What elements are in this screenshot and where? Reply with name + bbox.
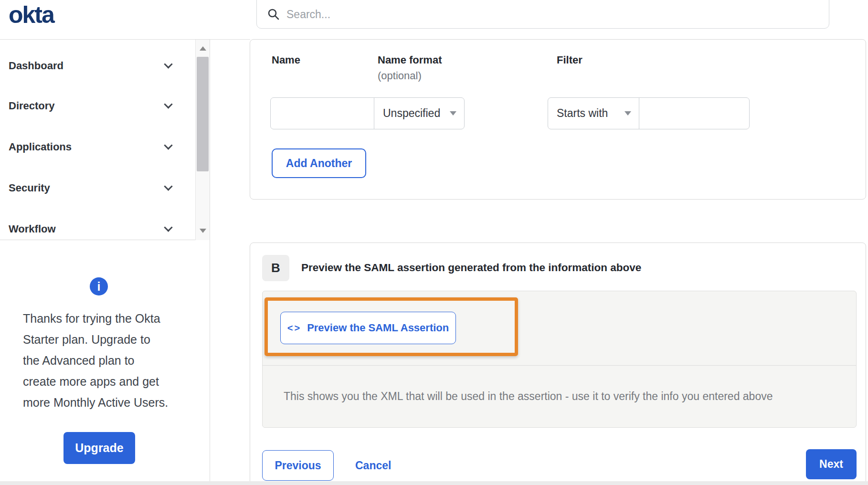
scroll-down-button[interactable]: [196, 224, 210, 237]
search-icon: [267, 8, 280, 21]
upgrade-button[interactable]: Upgrade: [64, 432, 135, 464]
filter-type-select[interactable]: Starts with: [548, 97, 639, 129]
scrollbar-thumb[interactable]: [197, 57, 209, 171]
code-icon: <>: [287, 323, 301, 334]
name-format-column-label: Name format: [378, 54, 442, 66]
previous-button[interactable]: Previous: [262, 450, 334, 481]
bottom-edge-strip: [0, 481, 868, 485]
attribute-statements-card: Name Name format (optional) Filter Unspe…: [250, 39, 866, 200]
section-b-title: Preview the SAML assertion generated fro…: [301, 262, 641, 274]
okta-logo[interactable]: okta: [9, 1, 54, 29]
preview-panel: <> Preview the SAML Assertion This shows…: [262, 291, 857, 428]
preview-helper-text: This shows you the XML that will be used…: [263, 365, 856, 427]
attribute-name-input[interactable]: [270, 97, 374, 129]
chevron-down-icon: [164, 100, 172, 108]
filter-column-label: Filter: [557, 54, 582, 66]
scroll-up-icon: [200, 46, 206, 51]
add-another-button[interactable]: Add Another: [272, 148, 366, 178]
sidebar-item-applications[interactable]: Applications: [9, 138, 173, 156]
sidebar-item-directory[interactable]: Directory: [9, 97, 173, 115]
sidebar-scrollbar[interactable]: [195, 40, 210, 240]
name-format-optional-label: (optional): [378, 70, 422, 82]
sidebar-item-dashboard[interactable]: Dashboard: [9, 57, 173, 74]
chevron-down-icon: [164, 223, 172, 232]
sidebar-item-workflow[interactable]: Workflow: [9, 221, 173, 238]
info-icon: i: [90, 277, 108, 295]
chevron-down-icon: [164, 141, 172, 149]
preview-saml-assertion-button[interactable]: <> Preview the SAML Assertion: [280, 312, 456, 344]
preview-panel-top: <> Preview the SAML Assertion: [263, 291, 856, 365]
scroll-down-icon: [200, 229, 206, 233]
filter-field-group: Starts with: [548, 97, 750, 129]
scroll-up-button[interactable]: [196, 42, 210, 55]
name-format-select[interactable]: Unspecified: [374, 97, 465, 129]
chevron-down-icon: [164, 60, 172, 68]
chevron-down-icon: [164, 182, 172, 190]
name-column-label: Name: [272, 54, 300, 66]
cancel-link[interactable]: Cancel: [355, 450, 391, 481]
search-input[interactable]: [286, 8, 829, 21]
section-b-badge: B: [262, 255, 289, 281]
preview-assertion-card: B Preview the SAML assertion generated f…: [250, 242, 866, 485]
dropdown-arrow-icon: [625, 111, 631, 116]
name-field-group: Unspecified: [270, 97, 465, 129]
dropdown-arrow-icon: [450, 111, 456, 116]
global-search[interactable]: [256, 0, 829, 29]
sidebar-item-security[interactable]: Security: [9, 179, 173, 197]
next-button[interactable]: Next: [806, 449, 857, 479]
filter-value-input[interactable]: [639, 97, 750, 129]
sidebar: Dashboard Directory Applications Securit…: [0, 40, 210, 485]
upgrade-promo-text: Thanks for trying the Okta Starter plan.…: [23, 308, 195, 413]
sidebar-menu: Dashboard Directory Applications Securit…: [0, 40, 210, 240]
okta-admin-page: okta Dashboard Directory Applications: [0, 0, 868, 485]
